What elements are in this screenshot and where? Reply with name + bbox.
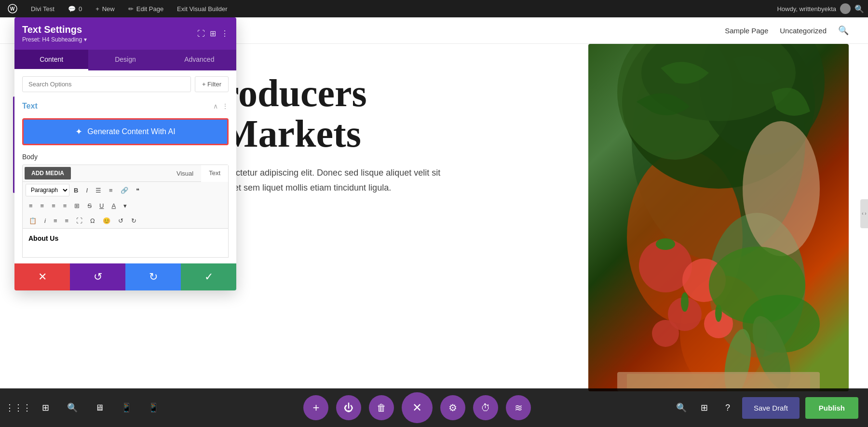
svg-point-10 <box>681 292 689 312</box>
undo-edit-button[interactable]: ↺ <box>115 215 127 226</box>
admin-search-icon[interactable]: 🔍 <box>854 4 864 14</box>
save-draft-button[interactable]: Save Draft <box>742 397 800 419</box>
preset-chevron-icon: ▾ <box>84 36 87 43</box>
strikethrough-button[interactable]: S <box>84 200 95 211</box>
toolbar-center: + ⏻ 🗑 ✕ ⚙ ⏱ ≋ <box>303 392 531 423</box>
toolbar-layout-button[interactable]: ≋ <box>506 395 531 420</box>
settings-panel: Text Settings Preset: H4 Subheading ▾ ⛶ … <box>14 17 236 290</box>
section-icons: ∧ ⋮ <box>213 102 229 110</box>
hero-image <box>588 44 849 391</box>
panel-header: Text Settings Preset: H4 Subheading ▾ ⛶ … <box>14 17 236 50</box>
wp-logo-icon: W <box>8 4 17 14</box>
paragraph-select[interactable]: Paragraph <box>26 184 69 196</box>
nav-sample-page[interactable]: Sample Page <box>725 27 768 35</box>
editor-tab-visual[interactable]: Visual <box>169 165 201 181</box>
toolbar-help-icon[interactable]: ? <box>719 399 736 416</box>
toolbar-search-right-icon[interactable]: 🔍 <box>673 399 690 416</box>
link-button[interactable]: 🔗 <box>117 185 132 196</box>
tab-content[interactable]: Content <box>14 50 88 70</box>
panel-tabs: Content Design Advanced <box>14 50 236 70</box>
toolbar-desktop-icon[interactable]: 🖥 <box>91 399 108 416</box>
underline-button[interactable]: U <box>96 200 107 211</box>
editor-content-text: About Us <box>28 234 58 242</box>
formatting-row-1: Paragraph B I ☰ ≡ 🔗 ❝ <box>23 182 228 198</box>
edit-page-button[interactable]: ✏ Edit Page <box>124 0 167 17</box>
align-justify-button[interactable]: ≡ <box>60 200 70 211</box>
formatting-row-2: ≡ ≡ ≡ ≡ ⊞ S U A ▾ <box>23 198 228 213</box>
panel-more-icon[interactable]: ⋮ <box>221 29 229 38</box>
toolbar-tablet-icon[interactable]: 📱 <box>118 399 135 416</box>
toolbar-close-button[interactable]: ✕ <box>402 392 433 423</box>
admin-bar-right: Howdy, writtenbyekta 🔍 <box>777 3 864 14</box>
site-search-button[interactable]: 🔍 <box>838 25 849 36</box>
redo-button[interactable]: ↻ <box>125 263 181 290</box>
ordered-list-button[interactable]: ≡ <box>106 185 116 196</box>
toolbar-add-button[interactable]: + <box>303 395 328 420</box>
text-color-button[interactable]: A <box>108 200 119 211</box>
toolbar-right: 🔍 ⊞ ? Save Draft Publish <box>673 397 858 419</box>
table-button[interactable]: ⊞ <box>71 200 83 211</box>
panel-header-left: Text Settings Preset: H4 Subheading ▾ <box>22 24 87 43</box>
redo-edit-button[interactable]: ↻ <box>128 215 140 226</box>
cancel-button[interactable]: ✕ <box>14 263 70 290</box>
nav-uncategorized[interactable]: Uncategorized <box>780 27 827 35</box>
emoji-button[interactable]: 😊 <box>99 215 114 226</box>
paste-button[interactable]: 📋 <box>26 215 40 226</box>
bottom-toolbar: ⋮⋮⋮ ⊞ 🔍 🖥 📱 📱 + ⏻ 🗑 ✕ ⚙ ⏱ ≋ 🔍 ⊞ ? Save D… <box>0 388 868 427</box>
filter-button[interactable]: + Filter <box>195 76 229 92</box>
section-more-icon[interactable]: ⋮ <box>222 102 229 110</box>
align-left-button[interactable]: ≡ <box>26 200 36 211</box>
panel-expand-icon[interactable]: ⛶ <box>197 29 205 38</box>
svg-rect-20 <box>627 374 810 389</box>
formatting-row-3: 📋 i ≡ ≡ ⛶ Ω 😊 ↺ ↻ <box>23 213 228 228</box>
panel-grid-icon[interactable]: ⊞ <box>210 29 216 38</box>
toolbar-mobile-icon[interactable]: 📱 <box>145 399 162 416</box>
confirm-button[interactable]: ✓ <box>181 263 236 290</box>
indent-left-button[interactable]: ≡ <box>50 215 61 226</box>
comments-button[interactable]: 💬 0 <box>64 0 86 17</box>
section-collapse-icon[interactable]: ∧ <box>213 102 218 110</box>
omega-button[interactable]: Ω <box>87 215 98 226</box>
editor-tabs-row: ADD MEDIA Visual Text <box>23 165 228 182</box>
toolbar-gear-button[interactable]: ⚙ <box>440 395 465 420</box>
text-color-arrow[interactable]: ▾ <box>120 200 130 211</box>
svg-point-9 <box>652 320 679 347</box>
panel-header-icons: ⛶ ⊞ ⋮ <box>197 29 229 38</box>
fullscreen-button[interactable]: ⛶ <box>73 215 86 226</box>
panel-footer: ✕ ↺ ↻ ✓ <box>14 263 236 290</box>
collapse-handle[interactable]: ‹ › <box>860 199 868 228</box>
italic-alt-button[interactable]: i <box>41 215 49 226</box>
align-right-button[interactable]: ≡ <box>48 200 59 211</box>
collapse-icon: ‹ › <box>862 211 866 216</box>
wp-logo-button[interactable]: W <box>4 0 21 17</box>
indent-right-button[interactable]: ≡ <box>61 215 72 226</box>
admin-bar: W Divi Test 💬 0 + New ✏ Edit Page Exit V… <box>0 0 868 17</box>
new-button[interactable]: + New <box>92 0 119 17</box>
add-media-button[interactable]: ADD MEDIA <box>25 167 71 179</box>
toolbar-settings-icon[interactable]: ⋮⋮⋮ <box>10 399 27 416</box>
undo-button[interactable]: ↺ <box>70 263 125 290</box>
panel-preset[interactable]: Preset: H4 Subheading ▾ <box>22 36 87 43</box>
generate-ai-button[interactable]: ✦ Generate Content With AI <box>22 118 229 145</box>
toolbar-search-icon[interactable]: 🔍 <box>64 399 81 416</box>
user-avatar[interactable] <box>840 3 851 14</box>
exit-builder-button[interactable]: Exit Visual Builder <box>173 0 231 17</box>
italic-button[interactable]: I <box>82 185 91 196</box>
align-center-button[interactable]: ≡ <box>37 200 48 211</box>
site-name[interactable]: Divi Test <box>27 0 58 17</box>
bold-button[interactable]: B <box>70 185 81 196</box>
search-options-input[interactable] <box>22 76 191 92</box>
toolbar-grid-icon[interactable]: ⊞ <box>37 399 54 416</box>
text-section-title: Text <box>22 102 38 110</box>
tab-advanced[interactable]: Advanced <box>163 50 236 70</box>
editor-tab-text[interactable]: Text <box>201 165 228 182</box>
tab-design[interactable]: Design <box>88 50 162 70</box>
publish-button[interactable]: Publish <box>805 397 858 419</box>
bullet-list-button[interactable]: ☰ <box>92 185 105 196</box>
toolbar-history-button[interactable]: ⏱ <box>473 395 498 420</box>
toolbar-layers-icon[interactable]: ⊞ <box>696 399 713 416</box>
toolbar-power-button[interactable]: ⏻ <box>336 395 361 420</box>
toolbar-delete-button[interactable]: 🗑 <box>369 395 394 420</box>
editor-content[interactable]: About Us <box>22 229 229 258</box>
blockquote-button[interactable]: ❝ <box>133 185 143 196</box>
